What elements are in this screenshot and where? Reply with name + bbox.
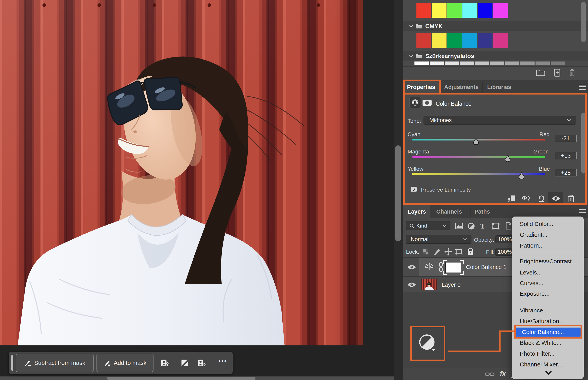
canvas-horizontal-scrollbar-thumb[interactable]	[107, 377, 255, 380]
menu-item-vibrance[interactable]: Vibrance...	[512, 306, 584, 315]
filter-type-layers-icon[interactable]: T	[480, 222, 485, 230]
folder-icon	[416, 24, 422, 29]
annotation-connector	[448, 351, 501, 352]
menu-item-curves[interactable]: Curves...	[512, 279, 584, 288]
swatch[interactable]	[417, 3, 431, 18]
new-adjustment-layer-icon[interactable]	[418, 334, 436, 352]
taskbar-more-button[interactable]: •••	[218, 357, 227, 365]
swatch[interactable]	[430, 61, 444, 65]
wall-scratch	[269, 0, 269, 226]
chevron-down-icon	[463, 238, 467, 241]
opacity-label: Opacity:	[474, 237, 494, 243]
swatch[interactable]	[520, 61, 534, 65]
opacity-value[interactable]: 100%	[495, 235, 514, 243]
taskbar-drag-handle[interactable]	[11, 355, 13, 371]
new-swatch-button[interactable]	[553, 68, 561, 77]
swatch[interactable]	[505, 61, 519, 65]
panel-menu-icon[interactable]	[579, 85, 586, 90]
delete-swatch-button[interactable]	[568, 68, 576, 77]
tab-channels[interactable]: Channels	[436, 209, 462, 215]
layer-effects-button[interactable]: fx	[500, 370, 506, 378]
lock-transparency-icon[interactable]	[422, 248, 429, 255]
menu-item-channel-mixer[interactable]: Channel Mixer...	[512, 360, 584, 369]
swatch[interactable]	[432, 3, 447, 18]
mask-link-icon[interactable]	[438, 262, 444, 272]
filter-shape-layers-icon[interactable]	[491, 222, 500, 230]
swatch-group-label: CMYK	[425, 23, 443, 29]
color-balance-layer-icon	[424, 262, 434, 271]
photo-canvas[interactable]	[0, 0, 363, 345]
menu-item-black-white[interactable]: Black & White...	[512, 338, 584, 347]
swatch[interactable]	[551, 61, 565, 65]
fill-value[interactable]: 100%	[495, 248, 514, 256]
layer-thumbnail[interactable]	[421, 279, 437, 290]
subtract-from-mask-button[interactable]: Subtract from mask	[16, 354, 94, 372]
eye-icon[interactable]	[407, 282, 416, 288]
swatch[interactable]	[493, 33, 508, 48]
swatch[interactable]	[432, 33, 447, 48]
swatch[interactable]	[490, 61, 504, 65]
swatch[interactable]	[445, 61, 459, 65]
lock-paint-icon[interactable]	[433, 248, 441, 256]
swatch[interactable]	[475, 61, 489, 65]
swatch[interactable]	[478, 33, 493, 48]
tab-adjustments[interactable]: Adjustments	[444, 84, 479, 90]
lock-artboard-icon[interactable]	[455, 248, 463, 256]
tab-paths[interactable]: Paths	[474, 209, 490, 215]
blend-mode-select[interactable]: Normal	[406, 235, 472, 244]
swatch-group-grayscale[interactable]: Szürkeárnyalatos	[403, 51, 588, 60]
chevron-down-icon	[443, 224, 447, 227]
swatches-scrollbar[interactable]	[581, 2, 586, 42]
filter-kind-select[interactable]: Kind	[406, 221, 450, 230]
swatch[interactable]	[478, 3, 493, 18]
menu-scroll-down-icon[interactable]	[545, 370, 552, 375]
swatch-group-label: Szürkeárnyalatos	[425, 53, 474, 59]
layer-name: Layer 0	[442, 282, 461, 288]
menu-item-brightness-contrast[interactable]: Brightness/Contrast...	[512, 257, 584, 266]
layer-mask-thumbnail[interactable]	[445, 262, 461, 273]
filter-pixel-layers-icon[interactable]	[455, 222, 463, 230]
tab-layers[interactable]: Layers	[403, 205, 430, 218]
annotation-properties-panel	[403, 93, 587, 205]
swatch[interactable]	[447, 3, 462, 18]
menu-item-gradient[interactable]: Gradient...	[512, 230, 584, 239]
menu-item-exposure[interactable]: Exposure...	[512, 289, 584, 298]
canvas-vertical-scrollbar[interactable]	[395, 145, 401, 241]
swatch[interactable]	[535, 61, 550, 65]
filter-smart-objects-icon[interactable]	[505, 222, 512, 230]
swatch[interactable]	[460, 61, 474, 65]
lock-label: Lock:	[406, 249, 419, 255]
new-swatch-group-button[interactable]	[536, 69, 545, 77]
contextual-taskbar: Subtract from mask Add to mask	[9, 352, 233, 374]
mask-adjust-button[interactable]	[160, 358, 170, 368]
swatch[interactable]	[493, 3, 508, 18]
lock-position-icon[interactable]	[444, 247, 452, 256]
fill-label: Fill:	[486, 249, 495, 255]
mask-history-button[interactable]	[197, 358, 206, 368]
menu-item-levels[interactable]: Levels...	[512, 268, 584, 277]
panel-menu-icon[interactable]	[579, 209, 586, 214]
link-layers-icon[interactable]	[485, 371, 495, 377]
annotation-connector	[499, 330, 514, 332]
brush-minus-icon	[24, 359, 31, 367]
add-to-mask-button[interactable]: Add to mask	[96, 354, 153, 372]
annotation-connector	[499, 331, 501, 352]
filter-adjustment-layers-icon[interactable]	[467, 222, 475, 230]
folder-icon	[416, 54, 422, 58]
swatch-group-cmyk[interactable]: CMYK	[403, 21, 588, 31]
eye-icon[interactable]	[407, 264, 416, 270]
menu-item-photo-filter[interactable]: Photo Filter...	[512, 349, 584, 358]
swatch[interactable]	[415, 61, 429, 65]
annotation-properties-tab	[403, 79, 441, 95]
menu-item-pattern[interactable]: Pattern...	[512, 241, 584, 250]
annotation-color-balance-item	[514, 324, 582, 339]
disable-mask-button[interactable]	[180, 358, 190, 368]
swatch[interactable]	[462, 3, 477, 18]
swatch[interactable]	[462, 33, 477, 48]
swatch[interactable]	[417, 33, 431, 48]
swatch[interactable]	[447, 33, 462, 48]
lock-all-icon[interactable]	[467, 247, 474, 256]
tab-libraries[interactable]: Libraries	[487, 84, 511, 90]
subtract-from-mask-label: Subtract from mask	[34, 360, 85, 366]
menu-item-solid-color[interactable]: Solid Color...	[512, 219, 584, 228]
